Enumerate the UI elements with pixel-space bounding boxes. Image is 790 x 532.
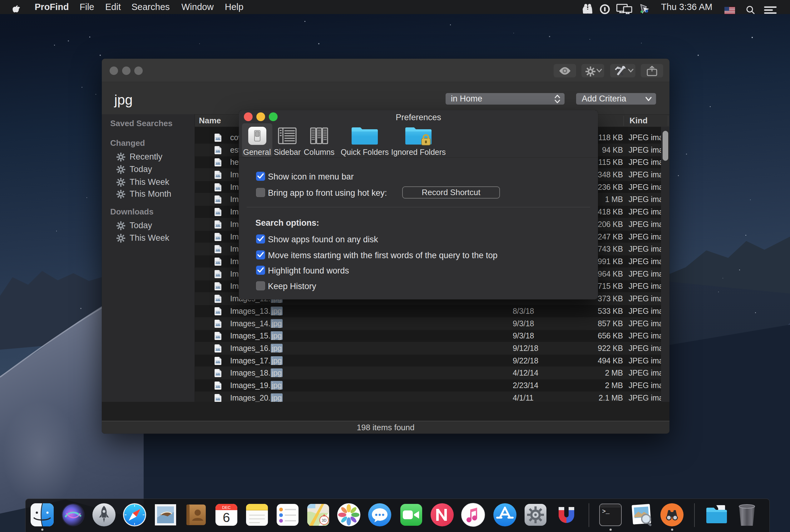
svg-text:>_: >_: [602, 508, 610, 515]
svg-text:3D: 3D: [322, 518, 326, 522]
svg-text:6: 6: [223, 510, 230, 525]
svg-text:DEC: DEC: [222, 505, 230, 510]
